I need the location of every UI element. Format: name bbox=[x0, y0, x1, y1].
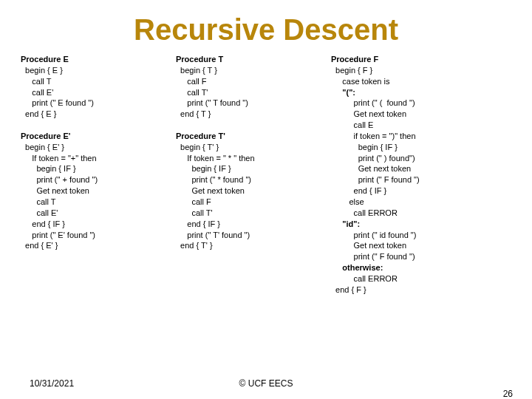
code-line: begin { F } bbox=[331, 66, 372, 75]
column-3: Procedure F begin { F } case token is "(… bbox=[331, 54, 516, 296]
code-line: print (" E' found ") bbox=[21, 231, 95, 239]
code-line: Get next token bbox=[331, 164, 411, 173]
code-line: call F bbox=[176, 77, 207, 86]
code-line: call ERROR bbox=[331, 274, 398, 283]
proc-t-header: Procedure T bbox=[176, 55, 223, 64]
code-line: begin { IF } bbox=[176, 164, 231, 173]
footer-page-number: 26 bbox=[503, 389, 513, 399]
code-line: end { IF } bbox=[176, 219, 220, 228]
code-line: end { E' } bbox=[21, 241, 58, 250]
code-line: print (" F found ") bbox=[331, 252, 415, 261]
code-line: print (" id found ") bbox=[331, 231, 416, 239]
code-line: If token = "+" then bbox=[21, 154, 97, 163]
code-line: call T' bbox=[176, 88, 208, 97]
code-line: Get next token bbox=[331, 241, 406, 250]
code-line: end { T } bbox=[176, 109, 211, 118]
case-otherwise: otherwise: bbox=[331, 263, 383, 272]
code-line: print (" ) found") bbox=[331, 154, 415, 163]
slide-title: Recursive Descent bbox=[0, 13, 532, 47]
proc-f-header: Procedure F bbox=[331, 55, 378, 64]
code-line: call T bbox=[21, 77, 51, 86]
code-line: Get next token bbox=[21, 186, 89, 195]
code-line: print (" T found ") bbox=[176, 98, 248, 107]
code-line: end { T' } bbox=[176, 241, 213, 250]
code-line: begin { E } bbox=[21, 66, 63, 75]
code-line: print (" * found ") bbox=[176, 175, 251, 184]
proc-eprime-header: Procedure E' bbox=[21, 132, 70, 140]
code-line: end { IF } bbox=[331, 186, 386, 195]
code-line: call E' bbox=[21, 208, 58, 217]
case-id: "id": bbox=[331, 219, 360, 228]
footer-copyright: © UCF EECS bbox=[0, 378, 532, 389]
footer-date: 10/31/2021 bbox=[30, 378, 74, 389]
code-line: call F bbox=[176, 197, 211, 206]
code-line: begin { T } bbox=[176, 66, 217, 75]
code-line: Get next token bbox=[176, 186, 245, 195]
code-line: end { IF } bbox=[21, 219, 65, 228]
code-line: call T bbox=[21, 197, 55, 206]
code-line: print (" E found ") bbox=[21, 98, 94, 107]
code-line: begin { IF } bbox=[331, 143, 398, 151]
code-line: if token = ")" then bbox=[331, 132, 416, 140]
code-line: call E' bbox=[21, 88, 53, 97]
content-columns: Procedure E begin { E } call T call E' p… bbox=[0, 54, 532, 296]
code-line: Get next token bbox=[331, 109, 406, 118]
code-line: end { E } bbox=[21, 109, 56, 118]
code-line: If token = " * " then bbox=[176, 154, 255, 163]
proc-tprime-header: Procedure T' bbox=[176, 132, 225, 140]
code-line: case token is bbox=[331, 77, 389, 86]
code-line: print (" F found ") bbox=[331, 175, 420, 184]
column-1: Procedure E begin { E } call T call E' p… bbox=[21, 54, 176, 296]
code-line: begin { T' } bbox=[176, 143, 219, 151]
code-line: call T' bbox=[176, 208, 213, 217]
code-line: else bbox=[331, 197, 364, 206]
proc-e-header: Procedure E bbox=[21, 55, 69, 64]
code-line: print (" ( found ") bbox=[331, 98, 415, 107]
slide-footer: 10/31/2021 © UCF EECS 26 bbox=[0, 378, 532, 389]
code-line: begin { E' } bbox=[21, 143, 64, 151]
code-line: begin { IF } bbox=[21, 164, 76, 173]
code-line: call E bbox=[331, 120, 373, 129]
code-line: print (" T' found ") bbox=[176, 231, 250, 239]
case-open-paren: "(": bbox=[331, 88, 355, 97]
column-2: Procedure T begin { T } call F call T' p… bbox=[176, 54, 331, 296]
code-line: call ERROR bbox=[331, 208, 398, 217]
code-line: print (" + found ") bbox=[21, 175, 98, 184]
code-line: end { F } bbox=[331, 285, 366, 294]
